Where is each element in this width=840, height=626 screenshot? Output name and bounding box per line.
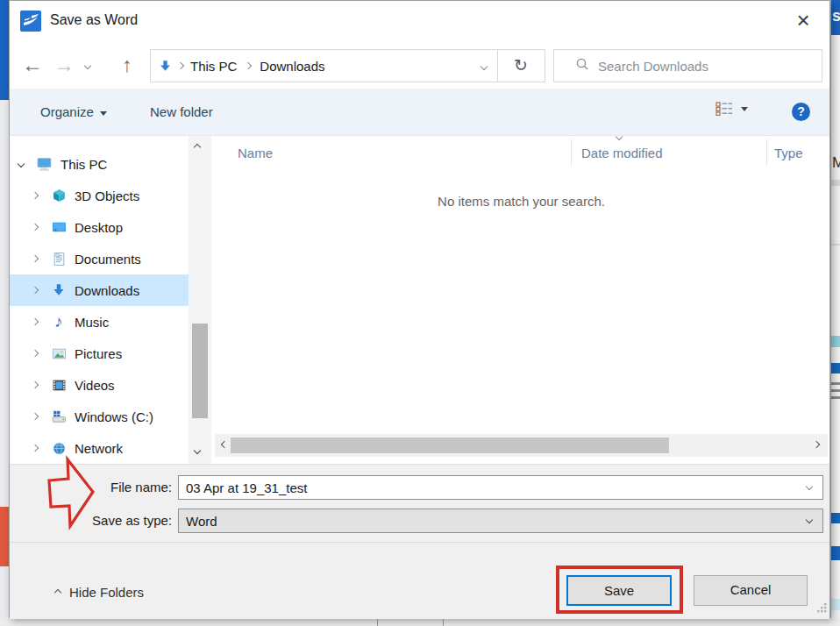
tree-item-label: Pictures (75, 346, 122, 361)
scroll-down-icon[interactable] (194, 447, 201, 454)
picture-icon (48, 346, 69, 361)
tree-item-label: Network (75, 441, 123, 456)
chevron-down-icon[interactable] (18, 160, 25, 167)
chevron-down-icon[interactable] (806, 516, 813, 523)
tree-item-pictures[interactable]: Pictures (10, 338, 189, 369)
up-button[interactable]: ↑ (111, 43, 143, 89)
close-button[interactable]: × (789, 6, 817, 34)
chevron-right-icon[interactable] (32, 445, 39, 452)
background-blue-bar (0, 0, 9, 100)
navigation-bar: ← → ↑ This PC Downloads ↻ (10, 43, 829, 89)
tree-item-documents[interactable]: Documents (10, 243, 189, 274)
save-as-type-value: Word (186, 514, 217, 529)
downloads-folder-icon (158, 59, 173, 74)
scroll-right-icon[interactable] (813, 441, 820, 448)
background-blue-bar (831, 363, 840, 373)
search-box[interactable] (553, 49, 822, 82)
tree-item-videos[interactable]: Videos (10, 369, 189, 401)
chevron-right-icon[interactable] (32, 413, 39, 420)
background-teal-bar (831, 336, 840, 347)
hide-folders-button[interactable]: Hide Folders (55, 585, 144, 600)
file-name-label: File name: (10, 475, 172, 500)
scrollbar-thumb[interactable] (192, 324, 208, 418)
dialog-titlebar[interactable]: Save as Word × (10, 1, 829, 43)
background-window-left-edge (0, 0, 9, 626)
file-name-combobox[interactable] (178, 475, 823, 500)
chevron-right-icon[interactable] (32, 192, 39, 199)
background-line (831, 396, 840, 399)
search-input[interactable] (598, 59, 791, 74)
background-text-fragment: M (831, 154, 840, 172)
background-line (831, 389, 840, 392)
scroll-left-icon[interactable] (221, 441, 228, 448)
tree-item-3d-objects[interactable]: 3D Objects (10, 180, 189, 211)
organize-menu-button[interactable]: Organize (40, 89, 107, 136)
column-header-type[interactable]: Type (774, 139, 803, 167)
chevron-right-icon[interactable] (32, 381, 39, 388)
resize-grip[interactable] (816, 601, 828, 617)
computer-icon (34, 156, 55, 172)
tree-item-windows-c[interactable]: Windows (C:) (10, 401, 189, 432)
column-divider[interactable] (766, 139, 767, 166)
desktop-icon (48, 220, 69, 235)
address-dropdown-icon[interactable] (481, 63, 488, 70)
cancel-button[interactable]: Cancel (694, 575, 808, 606)
save-as-type-dropdown[interactable]: Word (178, 509, 823, 533)
refresh-button[interactable]: ↻ (497, 49, 545, 82)
background-line (831, 244, 840, 245)
breadcrumb-this-pc[interactable]: This PC (183, 59, 244, 74)
background-line (831, 180, 840, 186)
horizontal-scrollbar[interactable] (215, 434, 828, 457)
background-window-right-edge: st M (830, 0, 840, 626)
column-header-name[interactable]: Name (238, 139, 273, 167)
tree-item-desktop[interactable]: Desktop (10, 211, 189, 243)
sidebar-scrollbar[interactable] (189, 136, 211, 464)
column-header-date-modified[interactable]: Date modified (581, 139, 663, 167)
folder-tree: This PC 3D Objects Desktop (10, 136, 189, 464)
music-note-icon: ♪ (48, 315, 69, 329)
system-drive-icon (48, 409, 69, 424)
new-folder-button[interactable]: New folder (150, 89, 213, 136)
history-dropdown-icon[interactable] (84, 62, 91, 69)
empty-list-message: No items match your search. (211, 194, 829, 209)
tree-item-network[interactable]: Network (10, 432, 189, 464)
tree-item-downloads[interactable]: Downloads (10, 274, 189, 306)
chevron-right-icon[interactable] (32, 224, 39, 231)
save-as-dialog: Save as Word × ← → ↑ This PC Downloads ↻ (9, 0, 830, 618)
hide-folders-label: Hide Folders (69, 585, 144, 600)
chevron-down-icon (741, 107, 748, 111)
save-button[interactable]: Save (566, 575, 672, 606)
dialog-title: Save as Word (50, 12, 138, 28)
chevron-right-icon[interactable] (32, 255, 39, 262)
help-button[interactable]: ? (792, 103, 810, 121)
command-toolbar: Organize New folder ? (10, 89, 829, 136)
breadcrumb-separator-icon (245, 62, 252, 69)
chevron-right-icon[interactable] (32, 350, 39, 357)
tree-item-music[interactable]: ♪ Music (10, 306, 189, 338)
chevron-down-icon[interactable] (806, 483, 813, 490)
scroll-up-icon[interactable] (194, 144, 201, 151)
details-view-icon (715, 102, 733, 116)
background-line (443, 618, 444, 626)
dialog-footer: Hide Folders Save Cancel (10, 542, 829, 619)
tree-item-label: Music (75, 315, 109, 330)
back-button[interactable]: ← (17, 43, 48, 89)
forward-button[interactable]: → (48, 43, 80, 89)
chevron-up-icon (54, 588, 61, 595)
download-arrow-icon (48, 282, 69, 298)
background-teal-bar (831, 599, 840, 610)
background-titlebar-fragment: st (831, 0, 840, 35)
chevron-right-icon[interactable] (32, 287, 39, 294)
breadcrumb-downloads[interactable]: Downloads (253, 59, 331, 74)
chevron-right-icon[interactable] (32, 318, 39, 325)
fields-panel: File name: Save as type: Word (10, 464, 829, 542)
address-bar[interactable]: This PC Downloads (150, 49, 498, 82)
tree-item-label: Videos (75, 378, 115, 393)
tree-item-this-pc[interactable]: This PC (10, 148, 189, 180)
view-mode-button[interactable] (715, 102, 748, 116)
scrollbar-thumb[interactable] (231, 437, 669, 453)
column-divider[interactable] (571, 139, 572, 166)
tree-item-label: 3D Objects (75, 189, 139, 203)
tree-item-label: Downloads (75, 283, 139, 298)
file-name-input[interactable] (179, 480, 775, 495)
